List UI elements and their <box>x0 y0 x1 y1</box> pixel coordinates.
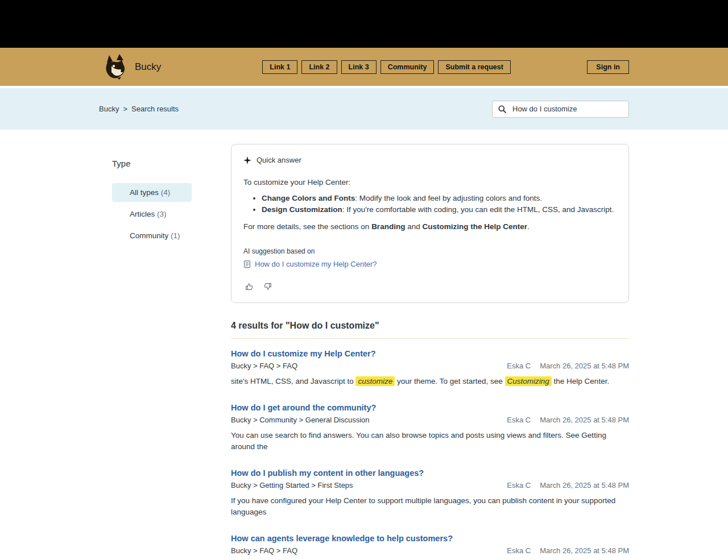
results-divider <box>231 338 629 339</box>
result-author: Eska C <box>507 362 531 370</box>
result-breadcrumb: Bucky > FAQ > FAQ <box>231 362 297 370</box>
nav-button-link-2[interactable]: Link 2 <box>301 60 337 74</box>
result-byline: Eska CMarch 26, 2025 at 5:48 PM <box>507 416 629 424</box>
result-meta: Bucky > FAQ > FAQEska CMarch 26, 2025 at… <box>231 362 629 370</box>
result-author: Eska C <box>507 546 531 555</box>
quick-answer-intro: To customize your Help Center: <box>243 178 617 186</box>
result-byline: Eska CMarch 26, 2025 at 5:48 PM <box>507 362 629 370</box>
result-title-link[interactable]: How do I customize my Help Center? <box>231 349 629 358</box>
result-title-link[interactable]: How do I publish my content in other lan… <box>231 468 629 478</box>
result-date: March 26, 2025 at 5:48 PM <box>540 546 629 555</box>
search-result: How do I customize my Help Center?Bucky … <box>231 349 629 387</box>
type-heading: Type <box>112 159 192 168</box>
result-date: March 26, 2025 at 5:48 PM <box>540 481 629 490</box>
type-filter-count: (3) <box>157 210 167 218</box>
thumbs-up-icon[interactable] <box>243 281 255 292</box>
type-filter-articles[interactable]: Articles (3) <box>112 205 192 223</box>
search-result: How do I get around the community?Bucky … <box>231 403 629 453</box>
search-icon <box>498 105 507 114</box>
ai-suggestion-label: AI suggestion based on <box>243 247 617 255</box>
nav-button-community[interactable]: Community <box>380 60 435 74</box>
result-snippet: You can use search to find answers. You … <box>231 430 629 453</box>
brand[interactable]: Bucky <box>104 54 161 80</box>
result-breadcrumb: Bucky > FAQ > FAQ <box>231 546 297 555</box>
breadcrumb-item-search-results: Search results <box>131 105 179 113</box>
search-result: How do I publish my content in other lan… <box>231 468 629 518</box>
result-meta: Bucky > Community > General DiscussionEs… <box>231 416 629 424</box>
breadcrumb-item-bucky[interactable]: Bucky <box>99 105 119 113</box>
result-snippet: If you have configured your Help Center … <box>231 495 629 518</box>
search-term-highlight: Customizing <box>505 376 552 386</box>
quick-answer-bullets: Change Colors and Fonts: Modify the look… <box>243 193 617 214</box>
header-nav: Link 1Link 2Link 3CommunitySubmit a requ… <box>262 60 511 74</box>
type-filter-community[interactable]: Community (1) <box>112 226 192 245</box>
answer-feedback <box>243 281 617 292</box>
result-meta: Bucky > Getting Started > First StepsEsk… <box>231 481 629 490</box>
quick-answer-title: Quick answer <box>257 156 301 164</box>
result-breadcrumb: Bucky > Getting Started > First Steps <box>231 481 353 490</box>
quick-answer-more: For more details, see the sections on Br… <box>243 222 617 231</box>
nav-button-link-1[interactable]: Link 1 <box>262 60 297 74</box>
sign-in-button[interactable]: Sign in <box>587 60 629 74</box>
result-author: Eska C <box>507 481 531 490</box>
type-filter-sidebar: Type All types (4)Articles (3)Community … <box>112 144 192 560</box>
sparkle-icon <box>243 156 251 164</box>
ai-suggestion-link-text: How do I customize my Help Center? <box>255 260 377 268</box>
nav-button-link-3[interactable]: Link 3 <box>341 60 377 74</box>
result-byline: Eska CMarch 26, 2025 at 5:48 PM <box>507 546 629 555</box>
result-title-link[interactable]: How can agents leverage knowledge to hel… <box>231 534 629 543</box>
result-breadcrumb: Bucky > Community > General Discussion <box>231 416 369 424</box>
breadcrumb-separator: > <box>123 105 127 113</box>
search-box[interactable] <box>492 101 629 118</box>
search-term-highlight: customize <box>355 376 395 386</box>
search-results-main: Quick answer To customize your Help Cent… <box>231 144 629 560</box>
type-filter-label: Articles <box>130 210 157 218</box>
search-result: How can agents leverage knowledge to hel… <box>231 534 629 560</box>
quick-answer-card: Quick answer To customize your Help Cent… <box>231 144 629 303</box>
top-black-bar <box>0 0 728 48</box>
result-snippet: site's HTML, CSS, and Javascript to cust… <box>231 376 629 387</box>
quick-answer-bullet: Design Customization: If you're comforta… <box>262 205 617 215</box>
breadcrumb-band: Bucky>Search results <box>0 88 728 130</box>
type-filter-label: All types <box>130 188 161 197</box>
result-meta: Bucky > FAQ > FAQEska CMarch 26, 2025 at… <box>231 546 629 555</box>
result-author: Eska C <box>507 416 531 424</box>
husky-logo-icon <box>104 54 127 80</box>
type-filter-count: (1) <box>171 231 180 240</box>
result-date: March 26, 2025 at 5:48 PM <box>540 362 629 370</box>
result-byline: Eska CMarch 26, 2025 at 5:48 PM <box>507 481 629 490</box>
type-filter-label: Community <box>130 231 171 240</box>
ai-suggestion-link[interactable]: How do I customize my Help Center? <box>243 260 617 268</box>
nav-button-submit-a-request[interactable]: Submit a request <box>438 60 510 74</box>
thumbs-down-icon[interactable] <box>262 281 274 292</box>
search-input[interactable] <box>511 104 623 114</box>
document-icon <box>243 260 251 268</box>
brand-name: Bucky <box>135 61 161 73</box>
type-filter-count: (4) <box>161 188 171 197</box>
breadcrumb: Bucky>Search results <box>99 105 179 113</box>
site-header: Bucky Link 1Link 2Link 3CommunitySubmit … <box>0 48 728 86</box>
type-filter-list: All types (4)Articles (3)Community (1) <box>112 183 192 245</box>
results-list: How do I customize my Help Center?Bucky … <box>231 349 629 560</box>
results-heading: 4 results for "How do I customize" <box>231 321 629 331</box>
type-filter-all-types[interactable]: All types (4) <box>112 183 192 202</box>
result-date: March 26, 2025 at 5:48 PM <box>540 416 629 424</box>
result-title-link[interactable]: How do I get around the community? <box>231 403 629 412</box>
quick-answer-bullet: Change Colors and Fonts: Modify the look… <box>262 193 617 204</box>
